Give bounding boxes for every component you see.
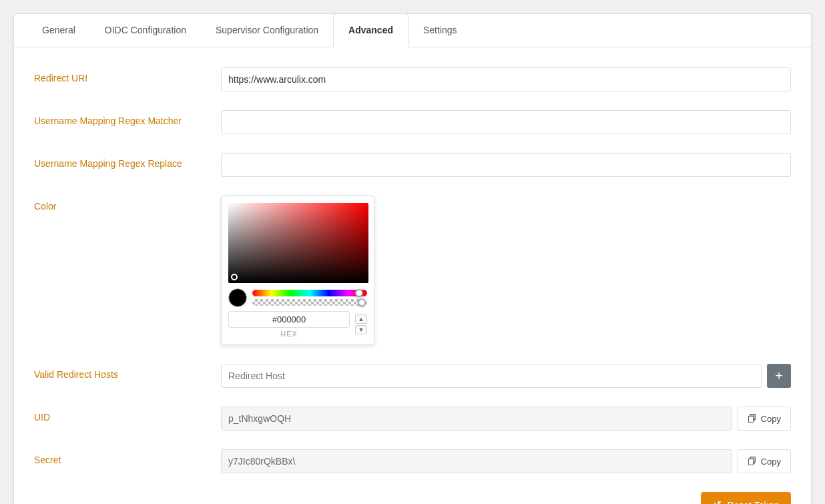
color-swatch bbox=[228, 288, 247, 307]
username-replace-row: Username Mapping Regex Replace bbox=[34, 153, 791, 177]
color-label: Color bbox=[34, 196, 221, 212]
username-matcher-row: Username Mapping Regex Matcher bbox=[34, 110, 791, 134]
secret-copy-wrap: 🗍 Copy bbox=[221, 449, 791, 473]
username-replace-label: Username Mapping Regex Replace bbox=[34, 153, 221, 169]
hue-thumb bbox=[355, 289, 363, 297]
tab-oidc[interactable]: OIDC Configuration bbox=[90, 14, 201, 47]
redirect-uri-field bbox=[221, 67, 791, 91]
alpha-track[interactable] bbox=[252, 299, 367, 306]
alpha-thumb bbox=[358, 298, 366, 306]
copy-icon-2: 🗍 bbox=[748, 456, 757, 467]
username-matcher-label: Username Mapping Regex Matcher bbox=[34, 110, 221, 126]
username-replace-input[interactable] bbox=[221, 153, 791, 177]
redirect-hosts-row: Valid Redirect Hosts + bbox=[34, 364, 791, 388]
color-row: Color bbox=[34, 196, 791, 345]
spinner-buttons: ▲ ▼ bbox=[355, 314, 367, 334]
redirect-host-input-wrap: + bbox=[221, 364, 791, 388]
uid-copy-label: Copy bbox=[761, 414, 781, 424]
username-matcher-input[interactable] bbox=[221, 110, 791, 134]
tabs-bar: General OIDC Configuration Supervisor Co… bbox=[14, 14, 811, 47]
redirect-uri-label: Redirect URI bbox=[34, 67, 221, 83]
add-redirect-host-button[interactable]: + bbox=[767, 364, 791, 388]
content-area: Redirect URI Username Mapping Regex Matc… bbox=[14, 47, 811, 504]
page-container: General OIDC Configuration Supervisor Co… bbox=[13, 13, 812, 504]
secret-label: Secret bbox=[34, 449, 221, 465]
secret-row: Secret 🗍 Copy bbox=[34, 449, 791, 473]
hex-row: HEX ▲ ▼ bbox=[228, 311, 367, 338]
uid-input bbox=[221, 407, 732, 431]
uid-copy-button[interactable]: 🗍 Copy bbox=[738, 407, 791, 431]
hue-track[interactable] bbox=[252, 290, 367, 296]
color-gradient-cursor bbox=[231, 274, 238, 280]
tab-advanced[interactable]: Advanced bbox=[333, 13, 408, 47]
tab-general[interactable]: General bbox=[27, 14, 90, 47]
sliders-col bbox=[252, 290, 367, 306]
color-field: HEX ▲ ▼ bbox=[221, 196, 791, 345]
secret-copy-label: Copy bbox=[761, 457, 781, 467]
copy-icon: 🗍 bbox=[748, 413, 757, 424]
redirect-uri-row: Redirect URI bbox=[34, 67, 791, 91]
username-matcher-field bbox=[221, 110, 791, 134]
uid-row: UID 🗍 Copy bbox=[34, 407, 791, 431]
uid-field: 🗍 Copy bbox=[221, 407, 791, 431]
color-picker: HEX ▲ ▼ bbox=[221, 196, 374, 345]
hex-input-wrap: HEX bbox=[228, 311, 350, 338]
secret-copy-button[interactable]: 🗍 Copy bbox=[738, 449, 791, 473]
redirect-hosts-field: + bbox=[221, 364, 791, 388]
hex-label: HEX bbox=[228, 330, 350, 338]
uid-copy-wrap: 🗍 Copy bbox=[221, 407, 791, 431]
secret-input bbox=[221, 449, 732, 473]
spinner-down-button[interactable]: ▼ bbox=[355, 325, 367, 334]
hex-input[interactable] bbox=[228, 311, 350, 328]
redirect-hosts-label: Valid Redirect Hosts bbox=[34, 364, 221, 380]
color-gradient[interactable] bbox=[228, 203, 368, 283]
spinner-up-button[interactable]: ▲ bbox=[355, 314, 367, 324]
redirect-uri-input[interactable] bbox=[221, 67, 791, 91]
reset-icon: ↺ bbox=[713, 499, 722, 504]
tab-supervisor[interactable]: Supervisor Configuration bbox=[201, 14, 333, 47]
footer-row: ↺ Reset Token bbox=[34, 492, 791, 504]
reset-token-button[interactable]: ↺ Reset Token bbox=[701, 492, 791, 504]
hue-slider-row bbox=[228, 288, 367, 307]
username-replace-field bbox=[221, 153, 791, 177]
reset-token-label: Reset Token bbox=[727, 500, 779, 505]
redirect-host-input[interactable] bbox=[221, 364, 762, 388]
secret-field: 🗍 Copy bbox=[221, 449, 791, 473]
tab-settings[interactable]: Settings bbox=[408, 14, 472, 47]
uid-label: UID bbox=[34, 407, 221, 423]
